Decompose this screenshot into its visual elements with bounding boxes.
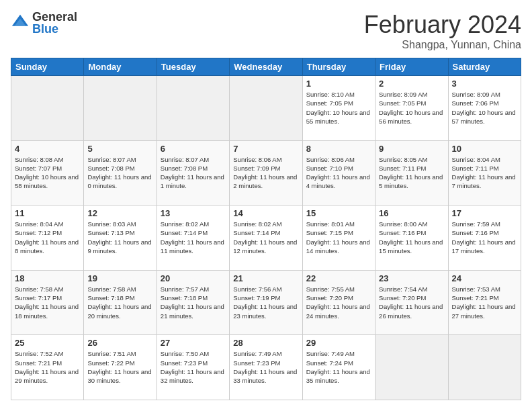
calendar-cell: 8Sunrise: 8:06 AM Sunset: 7:10 PM Daylig…	[302, 140, 375, 205]
day-number: 12	[87, 208, 152, 218]
logo: General Blue	[11, 11, 77, 35]
calendar-cell: 18Sunrise: 7:58 AM Sunset: 7:17 PM Dayli…	[11, 270, 84, 335]
day-info: Sunrise: 7:55 AM Sunset: 7:20 PM Dayligh…	[306, 285, 371, 320]
day-number: 15	[306, 208, 371, 218]
day-info: Sunrise: 7:53 AM Sunset: 7:21 PM Dayligh…	[452, 285, 517, 320]
day-info: Sunrise: 7:57 AM Sunset: 7:18 PM Dayligh…	[161, 285, 226, 320]
calendar-cell: 7Sunrise: 8:06 AM Sunset: 7:09 PM Daylig…	[230, 140, 302, 205]
calendar-week-4: 18Sunrise: 7:58 AM Sunset: 7:17 PM Dayli…	[11, 270, 521, 335]
logo-icon	[11, 13, 30, 32]
calendar-cell: 25Sunrise: 7:52 AM Sunset: 7:21 PM Dayli…	[11, 335, 84, 400]
day-info: Sunrise: 8:04 AM Sunset: 7:12 PM Dayligh…	[15, 220, 80, 255]
calendar-cell: 19Sunrise: 7:58 AM Sunset: 7:18 PM Dayli…	[84, 270, 157, 335]
calendar-week-2: 4Sunrise: 8:08 AM Sunset: 7:07 PM Daylig…	[11, 140, 521, 205]
day-info: Sunrise: 7:50 AM Sunset: 7:23 PM Dayligh…	[161, 349, 226, 385]
day-info: Sunrise: 7:54 AM Sunset: 7:20 PM Dayligh…	[379, 285, 444, 320]
day-info: Sunrise: 8:07 AM Sunset: 7:08 PM Dayligh…	[87, 155, 152, 191]
calendar-cell	[375, 335, 448, 400]
day-info: Sunrise: 8:06 AM Sunset: 7:10 PM Dayligh…	[306, 155, 371, 191]
day-number: 10	[452, 144, 517, 154]
calendar-cell	[230, 76, 302, 141]
calendar-cell	[11, 76, 84, 141]
calendar-cell: 1Sunrise: 8:10 AM Sunset: 7:05 PM Daylig…	[302, 76, 375, 141]
header-saturday: Saturday	[448, 58, 521, 76]
day-info: Sunrise: 8:04 AM Sunset: 7:11 PM Dayligh…	[452, 155, 517, 191]
calendar-cell	[84, 76, 157, 141]
calendar-cell: 27Sunrise: 7:50 AM Sunset: 7:23 PM Dayli…	[157, 335, 229, 400]
day-number: 2	[379, 79, 444, 89]
day-number: 24	[452, 273, 517, 283]
calendar-cell	[157, 76, 229, 141]
calendar-cell: 24Sunrise: 7:53 AM Sunset: 7:21 PM Dayli…	[448, 270, 521, 335]
day-number: 29	[306, 338, 371, 348]
calendar-cell: 13Sunrise: 8:02 AM Sunset: 7:14 PM Dayli…	[157, 205, 229, 271]
calendar-week-1: 1Sunrise: 8:10 AM Sunset: 7:05 PM Daylig…	[11, 76, 521, 141]
day-number: 25	[15, 338, 80, 348]
calendar-cell: 20Sunrise: 7:57 AM Sunset: 7:18 PM Dayli…	[157, 270, 229, 335]
calendar-cell: 5Sunrise: 8:07 AM Sunset: 7:08 PM Daylig…	[84, 140, 157, 205]
day-number: 23	[379, 273, 444, 283]
day-number: 11	[15, 208, 80, 218]
header-friday: Friday	[375, 58, 448, 76]
day-info: Sunrise: 8:09 AM Sunset: 7:05 PM Dayligh…	[379, 90, 444, 126]
day-number: 27	[161, 338, 226, 348]
month-title: February 2024	[364, 11, 521, 39]
header-tuesday: Tuesday	[157, 58, 229, 76]
calendar-cell: 6Sunrise: 8:07 AM Sunset: 7:08 PM Daylig…	[157, 140, 229, 205]
day-number: 16	[379, 208, 444, 218]
calendar-cell: 3Sunrise: 8:09 AM Sunset: 7:06 PM Daylig…	[448, 76, 521, 141]
calendar-cell: 29Sunrise: 7:49 AM Sunset: 7:24 PM Dayli…	[302, 335, 375, 400]
day-info: Sunrise: 7:56 AM Sunset: 7:19 PM Dayligh…	[233, 285, 298, 320]
day-info: Sunrise: 7:52 AM Sunset: 7:21 PM Dayligh…	[15, 349, 80, 385]
calendar-cell: 26Sunrise: 7:51 AM Sunset: 7:22 PM Dayli…	[84, 335, 157, 400]
day-number: 9	[379, 144, 444, 154]
header-monday: Monday	[84, 58, 157, 76]
header-wednesday: Wednesday	[230, 58, 302, 76]
page: General Blue February 2024 Shangpa, Yunn…	[0, 0, 532, 411]
location: Shangpa, Yunnan, China	[364, 39, 521, 51]
day-number: 22	[306, 273, 371, 283]
logo-blue: Blue	[32, 23, 77, 35]
day-info: Sunrise: 7:58 AM Sunset: 7:18 PM Dayligh…	[87, 285, 152, 320]
header-thursday: Thursday	[302, 58, 375, 76]
header: General Blue February 2024 Shangpa, Yunn…	[11, 11, 521, 51]
logo-text: General Blue	[32, 11, 77, 35]
day-info: Sunrise: 8:07 AM Sunset: 7:08 PM Dayligh…	[161, 155, 226, 191]
day-number: 17	[452, 208, 517, 218]
calendar-cell: 23Sunrise: 7:54 AM Sunset: 7:20 PM Dayli…	[375, 270, 448, 335]
day-info: Sunrise: 7:49 AM Sunset: 7:24 PM Dayligh…	[306, 349, 371, 385]
day-number: 5	[87, 144, 152, 154]
day-number: 21	[233, 273, 298, 283]
day-number: 20	[161, 273, 226, 283]
day-number: 26	[87, 338, 152, 348]
day-info: Sunrise: 8:06 AM Sunset: 7:09 PM Dayligh…	[233, 155, 298, 191]
day-info: Sunrise: 8:02 AM Sunset: 7:14 PM Dayligh…	[233, 220, 298, 255]
calendar-cell	[448, 335, 521, 400]
title-section: February 2024 Shangpa, Yunnan, China	[364, 11, 521, 51]
day-number: 4	[15, 144, 80, 154]
calendar-header-row: Sunday Monday Tuesday Wednesday Thursday…	[11, 58, 521, 76]
calendar-cell: 16Sunrise: 8:00 AM Sunset: 7:16 PM Dayli…	[375, 205, 448, 271]
day-info: Sunrise: 8:03 AM Sunset: 7:13 PM Dayligh…	[87, 220, 152, 255]
calendar-cell: 21Sunrise: 7:56 AM Sunset: 7:19 PM Dayli…	[230, 270, 302, 335]
calendar-cell: 11Sunrise: 8:04 AM Sunset: 7:12 PM Dayli…	[11, 205, 84, 271]
day-info: Sunrise: 8:09 AM Sunset: 7:06 PM Dayligh…	[452, 90, 517, 126]
day-info: Sunrise: 8:05 AM Sunset: 7:11 PM Dayligh…	[379, 155, 444, 191]
calendar-cell: 4Sunrise: 8:08 AM Sunset: 7:07 PM Daylig…	[11, 140, 84, 205]
day-number: 1	[306, 79, 371, 89]
calendar-cell: 12Sunrise: 8:03 AM Sunset: 7:13 PM Dayli…	[84, 205, 157, 271]
day-info: Sunrise: 8:00 AM Sunset: 7:16 PM Dayligh…	[379, 220, 444, 255]
calendar-cell: 14Sunrise: 8:02 AM Sunset: 7:14 PM Dayli…	[230, 205, 302, 271]
day-info: Sunrise: 8:08 AM Sunset: 7:07 PM Dayligh…	[15, 155, 80, 191]
day-number: 28	[233, 338, 298, 348]
calendar-cell: 28Sunrise: 7:49 AM Sunset: 7:23 PM Dayli…	[230, 335, 302, 400]
day-number: 8	[306, 144, 371, 154]
day-info: Sunrise: 7:59 AM Sunset: 7:16 PM Dayligh…	[452, 220, 517, 255]
calendar-table: Sunday Monday Tuesday Wednesday Thursday…	[11, 58, 521, 400]
calendar-cell: 10Sunrise: 8:04 AM Sunset: 7:11 PM Dayli…	[448, 140, 521, 205]
calendar-week-3: 11Sunrise: 8:04 AM Sunset: 7:12 PM Dayli…	[11, 205, 521, 271]
day-number: 13	[161, 208, 226, 218]
day-number: 18	[15, 273, 80, 283]
day-info: Sunrise: 8:02 AM Sunset: 7:14 PM Dayligh…	[161, 220, 226, 255]
day-info: Sunrise: 7:51 AM Sunset: 7:22 PM Dayligh…	[87, 349, 152, 385]
